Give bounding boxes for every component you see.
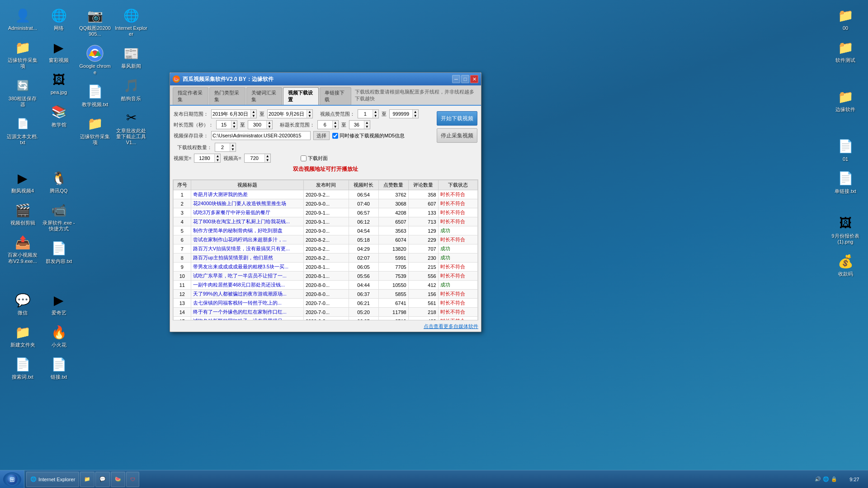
cell-title[interactable]: 路百万up主拍搞笑情景剧，他们居然 [191,253,303,263]
table-row[interactable]: 6 尝试在家制作山花鸡柠鸡出来超朋多汁，... 2020-8-2... 05:1… [174,235,478,244]
desktop-icon-maiyuan2[interactable]: 📁 迈缘软件采集项 [77,113,113,147]
sync-md5-checkbox[interactable] [332,133,338,139]
sync-md5-label[interactable]: 同时修改下载视频的MD5信息 [332,132,405,139]
cell-title[interactable]: 试吃3万多家餐厅中评分最低的餐厅 [191,208,303,217]
cell-title[interactable]: 带男友出来成成成成最最的粗梗3.5块一买... [191,263,303,272]
desktop-icon-maiyuan[interactable]: 📁 迈缘软件采集项 [5,37,41,71]
table-row[interactable]: 11 一副牛肉粒居然要468元口那处亮还没钱... 2020-8-0... 04… [174,281,478,290]
desktop-icon-iqiyi[interactable]: ▶ 爱奇艺 [41,289,77,318]
desktop-icon-baojia[interactable]: 🖼 9月份报价表(1).png [827,212,863,247]
desktop-icon-jiaoxue[interactable]: 📚 教学馆 [41,101,77,130]
cell-title[interactable]: 花24000块钱验上门要人改造铁熊里推生场 [191,199,303,208]
dur-to-input[interactable]: ▲▼ [248,120,273,129]
start-download-button[interactable]: 开始下载视频 [437,111,477,126]
points-to-input[interactable]: ▲▼ [389,109,419,118]
table-row[interactable]: 9 带男友出来成成成成最最的粗梗3.5块一买... 2020-8-1... 06… [174,263,478,272]
table-row[interactable]: 12 天了99%的人都被骗过的夜市游戏潮原场... 2020-8-0... 06… [174,290,478,299]
width-input[interactable]: ▲▼ [194,154,221,163]
desktop-icon-wenzhan[interactable]: ✂ 文章批改此处量下截止工具V1... [113,107,149,148]
cell-title[interactable]: 制作方便简单的秘制骨肉锅，好吃到朋盘 [191,226,303,235]
desktop-icon-baijiav[interactable]: 📤 百家小视频发布V2.9.exe... [5,231,41,266]
start-orb[interactable]: ⊞ [3,472,21,487]
desktop-icon-shoukuan[interactable]: 💰 收款码 [827,250,863,279]
desktop-icon-caisp[interactable]: ▶ 窗彩视频 [41,37,77,65]
savedir-input[interactable] [211,131,311,140]
table-scroll-area[interactable]: 序号 视频标题 发布时间 视频时长 点赞数量 评论数量 下载状态 1 奇葩月讲大… [173,180,478,320]
cell-title[interactable]: 试吃各种新颖的网红粉子，没有最黑绳只... [191,317,303,320]
table-row[interactable]: 3 试吃3万多家餐厅中评分最低的餐厅 2020-9-1... 06:57 420… [174,208,478,217]
date-to-input[interactable]: ▲▼ [267,109,313,118]
date-from-input[interactable]: ▲▼ [211,109,257,118]
cell-title[interactable]: 天了99%的人都被骗过的夜市游戏潮原场... [191,290,303,299]
desktop-icon-qqclient[interactable]: 🐧 腾讯QQ [41,167,77,196]
desktop-icon-wechat[interactable]: 💬 微信 [5,289,41,318]
table-row[interactable]: 10 试吃广东早茶，吃了一半店员不让招了一... 2020-8-1... 05:… [174,272,478,281]
table-row[interactable]: 7 路百万大V抬搞笑情景，没有最搞笑只有更... 2020-8-2... 04:… [174,244,478,253]
maximize-button[interactable]: □ [461,75,469,83]
desktop-icon-newfolder[interactable]: 📁 新建文件夹 [5,321,41,350]
desktop-icon-maiyuan-txt[interactable]: 📄 迈源文本文档.txt [5,113,41,147]
minimize-button[interactable]: ─ [452,75,460,83]
desktop-icon-baofeng[interactable]: 📰 暴风新闻 [113,42,149,71]
desktop-icon-jiaocai[interactable]: 📄 教学视频.txt [77,81,113,109]
desktop-icon-fanfeng[interactable]: ▶ 翻凤视频4 [5,167,41,196]
date-from-spin[interactable]: ▲▼ [250,110,256,118]
tab-single-link[interactable]: 单链接下载 [320,87,351,105]
desktop-icon-sousuoci[interactable]: 📄 搜索词.txt [5,353,41,382]
download-cover-checkbox[interactable] [301,155,307,161]
cell-title[interactable]: 试吃广东早茶，吃了一半店员不让招了一... [191,272,303,281]
desktop-icon-videocut[interactable]: 🎬 视频创剪辑 [5,199,41,228]
desktop-icon-01[interactable]: 📄 01 [827,136,863,164]
desktop-icon-ruanjian[interactable]: 📁 软件测试 [827,37,863,65]
close-button[interactable]: ✕ [470,75,478,83]
cell-title[interactable]: 奇葩月讲大测评我的热差 [191,190,303,199]
dur-from-input[interactable]: ▲▼ [216,120,237,129]
tab-hottype[interactable]: 热门类型采集 [209,87,245,105]
table-row[interactable]: 2 花24000块钱验上门要人改造铁熊里推生场 2020-9-0... 07:4… [174,199,478,208]
desktop-icon-ie[interactable]: 🌐 Internet Explorer [113,5,149,39]
desktop-icon-luping[interactable]: 📹 录屏软件.exe - 快捷方式 [41,199,77,234]
mark-to-input[interactable]: ▲▼ [349,120,370,129]
desktop-icon-qunfa[interactable]: 📄 群发内容.txt [41,238,77,266]
points-from-input[interactable]: ▲▼ [358,109,379,118]
table-row[interactable]: 1 奇葩月讲大测评我的热差 2020-9-2... 06:54 3762 358… [174,190,478,199]
table-row[interactable]: 14 终于有了一个外缘色的红红在家制作口红... 2020-7-0... 05:… [174,308,478,317]
taskbar-app[interactable]: 🍉 [111,472,125,487]
window-titlebar[interactable]: 🍉 西瓜视频采集软件V2.0 BY：边缘软件 ─ □ ✕ [170,73,481,85]
desktop-icon-xiaohuohua[interactable]: 🔥 小火花 [41,321,77,350]
desktop-icon-danlianjie[interactable]: 📄 单链接.txt [827,168,863,196]
cell-title[interactable]: 终于有了一个外缘色的红红在家制作口红... [191,308,303,317]
desktop-icon-lianjie[interactable]: 📄 链接.txt [41,353,77,382]
cell-title[interactable]: 尝试在家制作山花鸡柠鸡出来超朋多汁，... [191,235,303,244]
desktop-icon-00[interactable]: 📁 00 [827,5,863,33]
desktop-icon-380[interactable]: 🔄 380相送保存器 [5,75,41,109]
taskbar-clock[interactable]: 9:27 [841,477,868,482]
desktop-icon-qq-screenshot[interactable]: 📷 QQ截图20200905... [77,5,113,39]
table-row[interactable]: 13 去七保镇的同福客栈转一转然于吃上的... 2020-7-0... 06:2… [174,299,478,308]
mark-from-input[interactable]: ▲▼ [317,120,339,129]
cell-title[interactable]: 去七保镇的同福客栈转一转然于吃上的... [191,299,303,308]
cell-title[interactable]: 路百万大V抬搞笑情景，没有最搞笑只有更... [191,244,303,253]
download-cover-label[interactable]: 下载封面 [301,155,328,162]
taskbar-security[interactable]: 🛡 [126,472,139,487]
click-more-link[interactable]: 点击查看更多自媒体软件 [424,324,478,329]
desktop-icon-pea[interactable]: 🖼 pea.jpg [41,69,77,97]
desktop-icon-kugou[interactable]: 🎵 酷狗音乐 [113,75,149,103]
thread-input[interactable]: ▲▼ [215,143,236,152]
stop-collect-button[interactable]: 停止采集视频 [437,128,477,143]
tab-keywords[interactable]: 关键词汇采集 [246,87,282,105]
table-row[interactable]: 4 花了800块在淘宝上找了私厨上门给我花钱... 2020-9-1... 06… [174,217,478,226]
taskbar-wechat[interactable]: 💬 [95,472,110,487]
desktop-icon-admin[interactable]: 👤 Administrat... [5,5,41,33]
cell-title[interactable]: 一副牛肉粒居然要468元口那处亮还没钱... [191,281,303,290]
browse-button[interactable]: 选择 [313,131,330,140]
desktop-icon-chrome[interactable]: Google chrome [77,42,113,77]
table-row[interactable]: 15 试吃各种新颖的网红粉子，没有最黑绳只... 2020-6-2... 06:… [174,317,478,320]
tab-download-settings[interactable]: 视频下载设置 [283,87,319,105]
cell-title[interactable]: 花了800块在淘宝上找了私厨上门给我花钱... [191,217,303,226]
taskbar-explorer[interactable]: 📁 [80,472,94,487]
desktop-icon-bianyuan[interactable]: 📁 边缘软件 [827,86,863,114]
desktop-icon-network[interactable]: 🌐 网络 [41,5,77,33]
start-button[interactable]: ⊞ [0,470,24,488]
height-input[interactable]: ▲▼ [244,154,271,163]
